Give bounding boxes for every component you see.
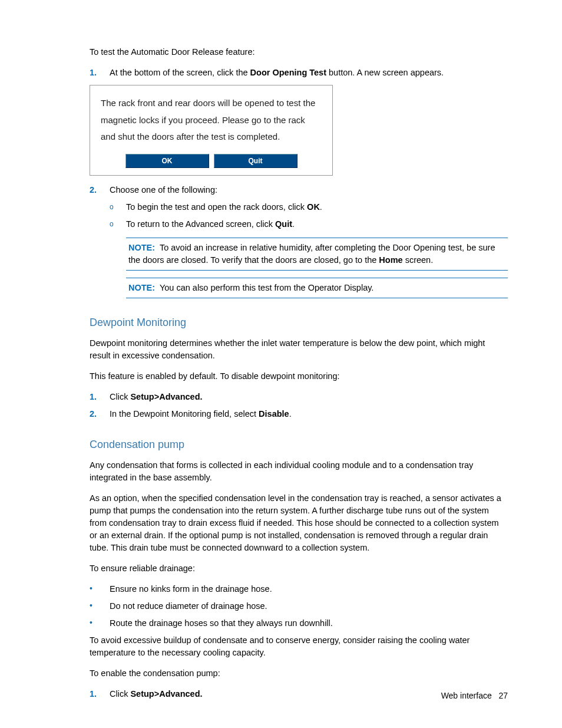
sub-item-a: o To begin the test and open the rack do… (110, 201, 508, 213)
confirmation-dialog: The rack front and rear doors will be op… (90, 85, 333, 176)
list-number: 1. (90, 391, 110, 403)
step-text: Click Setup>Advanced. (110, 688, 203, 700)
bullet-icon: • (90, 583, 110, 595)
sub-marker: o (110, 201, 126, 213)
bullet-icon: • (90, 600, 110, 612)
bullet-icon: • (90, 617, 110, 630)
paragraph: This feature is enabled by default. To d… (90, 370, 508, 383)
note-label: NOTE: (128, 283, 155, 292)
note-box-2: NOTE: You can also perform this test fro… (126, 278, 508, 298)
bullet-3: • Route the drainage hoses so that they … (90, 617, 508, 630)
paragraph: As an option, when the specified condens… (90, 492, 508, 554)
dialog-message: The rack front and rear doors will be op… (101, 95, 322, 146)
note-box-1: NOTE: To avoid an increase in relative h… (126, 238, 508, 271)
bullet-1: • Ensure no kinks form in the drainage h… (90, 583, 508, 595)
dew-step-1: 1. Click Setup>Advanced. (90, 391, 508, 403)
paragraph: Dewpoint monitoring determines whether t… (90, 337, 508, 362)
paragraph: To ensure reliable drainage: (90, 562, 508, 575)
bullet-text: Ensure no kinks form in the drainage hos… (110, 583, 272, 595)
note-label: NOTE: (128, 243, 155, 252)
note-text: You can also perform this test from the … (157, 283, 373, 292)
step-1: 1. At the bottom of the screen, click th… (90, 67, 508, 79)
dew-step-2: 2. In the Dewpoint Monitoring field, sel… (90, 408, 508, 420)
intro-text: To test the Automatic Door Release featu… (90, 46, 508, 58)
list-number: 2. (90, 408, 110, 420)
quit-button[interactable]: Quit (214, 154, 297, 168)
step-text: Choose one of the following: (110, 184, 217, 196)
list-number: 1. (90, 688, 110, 700)
sub-marker: o (110, 218, 126, 230)
bullet-text: Do not reduce diameter of drainage hose. (110, 600, 267, 612)
page-number: 27 (498, 691, 508, 700)
heading-condensation: Condensation pump (90, 437, 508, 452)
sub-text: To begin the test and open the rack door… (126, 201, 322, 213)
list-number: 1. (90, 67, 110, 79)
paragraph: To avoid excessive buildup of condensate… (90, 634, 508, 659)
sub-item-b: o To return to the Advanced screen, clic… (110, 218, 508, 230)
footer-section: Web interface (441, 691, 492, 700)
page-footer: Web interface 27 (441, 690, 508, 701)
heading-dewpoint: Dewpoint Monitoring (90, 315, 508, 330)
sub-text: To return to the Advanced screen, click … (126, 218, 295, 230)
note-text: To avoid an increase in relative humidit… (128, 243, 495, 265)
paragraph: To enable the condensation pump: (90, 667, 508, 680)
step-text: At the bottom of the screen, click the D… (110, 67, 444, 79)
step-text: Click Setup>Advanced. (110, 391, 203, 403)
paragraph: Any condensation that forms is collected… (90, 459, 508, 484)
bullet-text: Route the drainage hoses so that they al… (110, 617, 333, 630)
step-text: In the Dewpoint Monitoring field, select… (110, 408, 292, 420)
step-2: 2. Choose one of the following: (90, 184, 508, 196)
bullet-2: • Do not reduce diameter of drainage hos… (90, 600, 508, 612)
document-page: To test the Automatic Door Release featu… (0, 0, 562, 728)
sub-list: o To begin the test and open the rack do… (110, 201, 508, 230)
list-number: 2. (90, 184, 110, 196)
dialog-button-row: OK Quit (101, 154, 322, 168)
ok-button[interactable]: OK (125, 154, 209, 168)
